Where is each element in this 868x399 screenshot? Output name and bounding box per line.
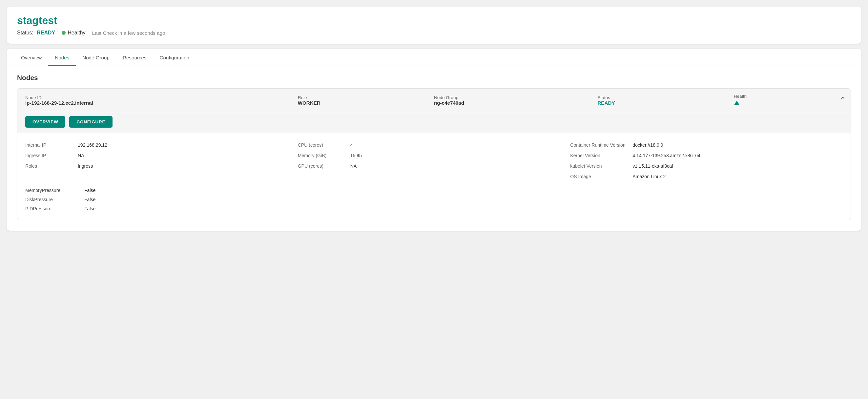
node-actions-row: OVERVIEW CONFIGURE: [18, 112, 850, 133]
cpu-row: CPU (cores) 4: [298, 140, 565, 150]
nodes-tab-content: Nodes Node ID ip-192-168-29-12.ec2.inter…: [6, 66, 862, 231]
status-col: Status READY: [597, 95, 734, 106]
tab-overview[interactable]: Overview: [14, 49, 48, 66]
ingress-ip-row: Ingress IP NA: [25, 150, 292, 161]
main-content-card: Overview Nodes Node Group Resources Conf…: [6, 49, 862, 231]
node-id-col: Node ID ip-192-168-29-12.ec2.internal: [25, 95, 298, 106]
pressure-section: MemoryPressure False DiskPressure False …: [25, 182, 843, 213]
cluster-title: stagtest: [17, 14, 851, 27]
tab-configuration[interactable]: Configuration: [153, 49, 196, 66]
overview-button[interactable]: OVERVIEW: [25, 116, 65, 128]
kubelet-row: kubelet Version v1.15.11-eks-af3caf: [570, 161, 837, 171]
status-value: READY: [37, 30, 55, 35]
tab-node-group[interactable]: Node Group: [76, 49, 116, 66]
tab-resources[interactable]: Resources: [116, 49, 153, 66]
details-col-2: CPU (cores) 4 Memory (GiB) 15.95 GPU (co…: [298, 140, 570, 182]
health-label: Healthy: [68, 30, 85, 36]
health-icon: [734, 101, 740, 106]
memory-row: Memory (GiB) 15.95: [298, 150, 565, 161]
memory-pressure-row: MemoryPressure False: [25, 186, 843, 195]
cluster-status-card: stagtest Status: READY Healthy Last Chec…: [6, 6, 862, 44]
details-grid: Internal IP 192.168.29.12 Ingress IP NA …: [25, 140, 843, 182]
role-col: Role WORKER: [298, 95, 434, 106]
details-col-3: Container Runtime Version docker://18.9.…: [570, 140, 843, 182]
health-dot-icon: [62, 31, 66, 35]
node-details: Internal IP 192.168.29.12 Ingress IP NA …: [18, 133, 850, 220]
status-row: Status: READY Healthy Last Check in a fe…: [17, 30, 851, 36]
kernel-row: Kernel Version 4.14.177-139.253.amzn2.x8…: [570, 150, 837, 161]
details-col-1: Internal IP 192.168.29.12 Ingress IP NA …: [25, 140, 298, 182]
nodes-table: Node ID ip-192-168-29-12.ec2.internal Ro…: [17, 88, 851, 220]
tab-nodes[interactable]: Nodes: [48, 49, 76, 66]
os-image-row: OS Image Amazon Linux 2: [570, 171, 837, 182]
tabs-header: Overview Nodes Node Group Resources Conf…: [6, 49, 862, 66]
node-group-col: Node Group ng-c4e740ad: [434, 95, 597, 106]
status-label: Status: READY: [17, 30, 55, 36]
health-indicator: Healthy: [62, 30, 85, 36]
node-row-header: Node ID ip-192-168-29-12.ec2.internal Ro…: [18, 89, 850, 112]
internal-ip-row: Internal IP 192.168.29.12: [25, 140, 292, 150]
last-check-text: Last Check in a few seconds ago: [92, 30, 165, 36]
collapse-button[interactable]: [840, 95, 845, 102]
configure-button[interactable]: CONFIGURE: [69, 116, 113, 128]
container-runtime-row: Container Runtime Version docker://18.9.…: [570, 140, 837, 150]
roles-row: Roles Ingress: [25, 161, 292, 171]
gpu-row: GPU (cores) NA: [298, 161, 565, 171]
nodes-section-title: Nodes: [17, 74, 851, 82]
disk-pressure-row: DiskPressure False: [25, 195, 843, 204]
pid-pressure-row: PIDPressure False: [25, 204, 843, 213]
health-col: Health: [734, 94, 843, 106]
